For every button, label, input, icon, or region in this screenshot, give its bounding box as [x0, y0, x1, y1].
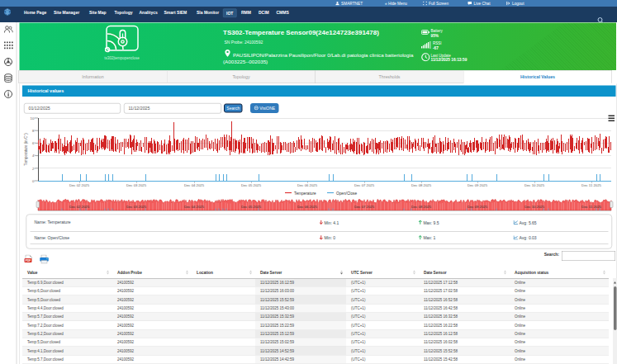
svg-text:Dec 04 2025: Dec 04 2025 [184, 205, 205, 209]
svg-text:Dec 03 2025: Dec 03 2025 [126, 183, 147, 187]
svg-text:Dec 02 2025: Dec 02 2025 [69, 183, 90, 187]
svg-text:Temperature: Temperature [294, 191, 316, 196]
svg-text:Dec 11 2025: Dec 11 2025 [581, 183, 601, 187]
svg-text:Dec 09 2025: Dec 09 2025 [467, 205, 488, 209]
svg-text:Dec 10 2025: Dec 10 2025 [524, 205, 545, 209]
svg-text:Dec 03 2025: Dec 03 2025 [126, 205, 147, 209]
svg-text:4°: 4° [32, 154, 36, 158]
svg-text:Dec 07 2025: Dec 07 2025 [354, 183, 375, 187]
svg-text:Dec 05 2025: Dec 05 2025 [241, 183, 262, 187]
svg-text:Dec 06 2025: Dec 06 2025 [297, 205, 318, 209]
svg-text:Open/Close: Open/Close [336, 191, 357, 196]
svg-text:Dec 11 2025: Dec 11 2025 [581, 205, 601, 209]
svg-text:Dec 10 2025: Dec 10 2025 [524, 183, 545, 187]
svg-text:Dec 06 2025: Dec 06 2025 [297, 183, 318, 187]
svg-text:Dec 08 2025: Dec 08 2025 [411, 183, 432, 187]
svg-text:Dec 08 2025: Dec 08 2025 [411, 205, 432, 209]
svg-text:10°: 10° [31, 116, 36, 121]
svg-text:Dec 09 2025: Dec 09 2025 [467, 183, 488, 187]
svg-text:Dec 02 2025: Dec 02 2025 [69, 205, 90, 209]
svg-text:Dec 04 2025: Dec 04 2025 [184, 183, 205, 187]
svg-text:PDF: PDF [26, 259, 31, 262]
svg-text:Dec 05 2025: Dec 05 2025 [241, 205, 262, 209]
svg-text:Temperature (in C°): Temperature (in C°) [24, 133, 28, 166]
svg-text:Dec 07 2025: Dec 07 2025 [354, 205, 375, 209]
